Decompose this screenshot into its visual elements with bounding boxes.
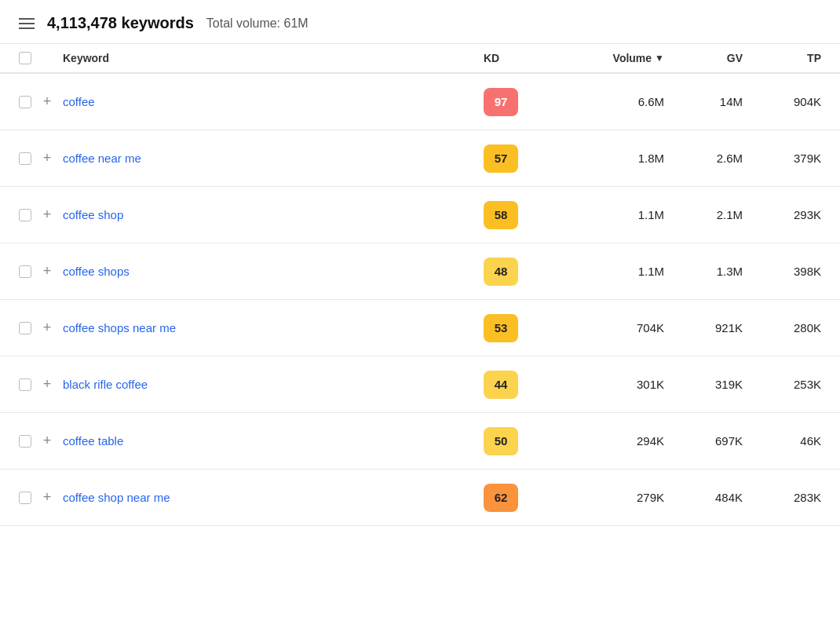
keyword-link[interactable]: coffee table	[63, 434, 123, 448]
row-controls: +	[19, 207, 63, 223]
gv-cell: 697K	[664, 434, 743, 448]
tp-cell: 293K	[743, 208, 821, 221]
tp-cell: 46K	[743, 434, 821, 448]
tp-cell: 904K	[743, 95, 821, 108]
row-add-button-7[interactable]: +	[39, 490, 55, 506]
volume-cell: 1.1M	[562, 265, 664, 278]
table-row: + coffee shops near me 53 704K 921K 280K	[0, 300, 840, 356]
row-controls: +	[19, 94, 63, 110]
kd-cell: 50	[484, 427, 562, 455]
kd-cell: 62	[484, 484, 562, 512]
keywords-count: 4,113,478 keywords	[47, 14, 194, 32]
kd-cell: 58	[484, 201, 562, 229]
volume-cell: 1.8M	[562, 152, 664, 165]
kd-badge: 48	[484, 258, 518, 286]
kd-badge: 50	[484, 427, 518, 455]
row-add-button-0[interactable]: +	[39, 94, 55, 110]
gv-cell: 2.1M	[664, 208, 743, 221]
table-row: + black rifle coffee 44 301K 319K 253K	[0, 356, 840, 413]
volume-cell: 294K	[562, 434, 664, 448]
volume-cell: 279K	[562, 491, 664, 504]
kd-cell: 48	[484, 258, 562, 286]
keyword-cell: coffee	[63, 95, 484, 109]
kd-cell: 53	[484, 314, 562, 342]
total-volume: Total volume: 61M	[206, 16, 309, 31]
kd-cell: 57	[484, 144, 562, 173]
table-row: + coffee shops 48 1.1M 1.3M 398K	[0, 243, 840, 300]
keyword-link[interactable]: coffee near me	[63, 152, 141, 165]
table-row: + coffee 97 6.6M 14M 904K	[0, 74, 840, 130]
keyword-cell: coffee shops near me	[63, 321, 484, 335]
kd-badge: 97	[484, 88, 518, 116]
volume-cell: 704K	[562, 321, 664, 334]
keyword-cell: black rifle coffee	[63, 378, 484, 392]
row-add-button-3[interactable]: +	[39, 264, 55, 280]
tp-cell: 280K	[743, 321, 821, 334]
select-all-checkbox[interactable]	[19, 52, 63, 64]
row-controls: +	[19, 320, 63, 336]
keyword-link[interactable]: coffee shops	[63, 265, 130, 278]
row-add-button-1[interactable]: +	[39, 151, 55, 166]
tp-cell: 379K	[743, 152, 821, 165]
keyword-link[interactable]: black rifle coffee	[63, 378, 148, 391]
volume-cell: 6.6M	[562, 95, 664, 108]
row-add-button-6[interactable]: +	[39, 433, 55, 449]
column-volume[interactable]: Volume ▼	[562, 52, 664, 64]
row-controls: +	[19, 490, 63, 506]
keyword-link[interactable]: coffee shop near me	[63, 491, 170, 504]
keyword-link[interactable]: coffee shop	[63, 208, 123, 221]
table-body: + coffee 97 6.6M 14M 904K + coffee near …	[0, 74, 840, 526]
row-checkbox-0[interactable]	[19, 96, 31, 108]
kd-cell: 97	[484, 88, 562, 116]
tp-cell: 253K	[743, 378, 821, 391]
gv-cell: 1.3M	[664, 265, 743, 278]
tp-cell: 283K	[743, 491, 821, 504]
keywords-table: Keyword KD Volume ▼ GV TP + coffee 97 6.…	[0, 44, 840, 526]
kd-badge: 57	[484, 144, 518, 173]
sort-arrow-icon: ▼	[655, 53, 664, 64]
hamburger-menu[interactable]	[19, 18, 35, 29]
page-header: 4,113,478 keywords Total volume: 61M	[0, 0, 840, 44]
keyword-cell: coffee table	[63, 434, 484, 448]
kd-cell: 44	[484, 371, 562, 399]
tp-cell: 398K	[743, 265, 821, 278]
column-tp: TP	[743, 52, 821, 64]
row-controls: +	[19, 433, 63, 449]
kd-badge: 44	[484, 371, 518, 399]
kd-badge: 62	[484, 484, 518, 512]
gv-cell: 14M	[664, 95, 743, 108]
keyword-cell: coffee near me	[63, 152, 484, 166]
gv-cell: 484K	[664, 491, 743, 504]
keyword-cell: coffee shop near me	[63, 491, 484, 505]
row-checkbox-4[interactable]	[19, 322, 31, 334]
gv-cell: 2.6M	[664, 152, 743, 165]
row-add-button-2[interactable]: +	[39, 207, 55, 223]
kd-badge: 58	[484, 201, 518, 229]
column-gv: GV	[664, 52, 743, 64]
column-keyword: Keyword	[63, 52, 484, 64]
gv-cell: 319K	[664, 378, 743, 391]
table-header-row: Keyword KD Volume ▼ GV TP	[0, 44, 840, 74]
row-checkbox-7[interactable]	[19, 492, 31, 504]
keyword-link[interactable]: coffee shops near me	[63, 321, 176, 334]
table-row: + coffee table 50 294K 697K 46K	[0, 413, 840, 470]
column-kd: KD	[484, 52, 562, 64]
keyword-cell: coffee shop	[63, 208, 484, 222]
row-checkbox-5[interactable]	[19, 378, 31, 391]
row-controls: +	[19, 264, 63, 280]
row-checkbox-2[interactable]	[19, 209, 31, 221]
row-controls: +	[19, 151, 63, 166]
row-add-button-4[interactable]: +	[39, 320, 55, 336]
keyword-cell: coffee shops	[63, 265, 484, 279]
row-checkbox-6[interactable]	[19, 435, 31, 448]
kd-badge: 53	[484, 314, 518, 342]
volume-cell: 301K	[562, 378, 664, 391]
volume-cell: 1.1M	[562, 208, 664, 221]
row-add-button-5[interactable]: +	[39, 377, 55, 393]
table-row: + coffee near me 57 1.8M 2.6M 379K	[0, 130, 840, 187]
row-checkbox-3[interactable]	[19, 265, 31, 278]
gv-cell: 921K	[664, 321, 743, 334]
keyword-link[interactable]: coffee	[63, 95, 95, 108]
row-checkbox-1[interactable]	[19, 152, 31, 165]
table-row: + coffee shop 58 1.1M 2.1M 293K	[0, 187, 840, 243]
